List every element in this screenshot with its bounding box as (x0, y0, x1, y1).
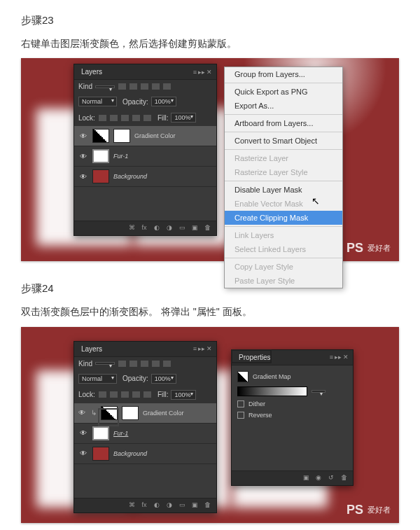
gradient-dropdown[interactable] (312, 390, 326, 393)
panel-menu-icon[interactable]: ≡ (330, 354, 333, 361)
panel-close-icon[interactable]: ✕ (343, 354, 349, 361)
visibility-icon[interactable]: 👁 (78, 428, 88, 438)
ctx-disable-mask[interactable]: Disable Layer Mask (225, 183, 342, 197)
layer-thumb-icon[interactable] (92, 149, 109, 163)
watermark-text: 爱好者 (368, 243, 391, 253)
link-layers-icon[interactable]: ⌘ (127, 501, 136, 510)
kind-select[interactable] (95, 362, 115, 365)
new-layer-icon[interactable]: ▣ (190, 501, 200, 510)
visibility-icon[interactable]: 👁 (77, 408, 87, 418)
step-23-desc: 右键单击图层渐变颜色，然后选择创建剪贴蒙版。 (21, 36, 399, 51)
blend-mode-select[interactable]: Normal (78, 374, 117, 384)
mask-icon[interactable]: ◐ (152, 224, 162, 232)
mask-icon[interactable]: ◐ (152, 501, 162, 510)
layers-tab[interactable]: Layers (78, 67, 105, 77)
layers-footer: ⌘ fx ◐ ◑ ▭ ▣ 🗑 (74, 498, 216, 512)
gradient-bar[interactable] (237, 386, 307, 396)
fx-icon[interactable]: fx (139, 224, 149, 232)
opacity-value[interactable]: 100% (151, 374, 176, 384)
fx-icon[interactable]: fx (139, 501, 149, 510)
lock-icons[interactable] (98, 391, 152, 398)
panel-collapse-icon[interactable]: ▸▸ (335, 354, 342, 361)
layer-name: Gradient Color (134, 132, 176, 139)
visibility-icon[interactable]: 👁 (78, 151, 88, 161)
fill-value[interactable]: 100% (171, 390, 196, 400)
layer-background[interactable]: 👁 Background (74, 444, 216, 464)
layer-name: Fur-1 (113, 153, 128, 160)
layer-mask-thumb[interactable] (113, 129, 130, 143)
reset-icon[interactable]: ↺ (326, 474, 336, 482)
delete-icon[interactable]: 🗑 (202, 224, 212, 232)
dither-label: Dither (248, 400, 265, 407)
layer-thumb-icon[interactable] (92, 426, 109, 440)
ctx-clipping-mask[interactable]: Create Clipping Mask (225, 211, 342, 225)
kind-label: Kind (78, 360, 92, 368)
opacity-label: Opacity: (122, 375, 148, 382)
layer-background[interactable]: 👁 Background (74, 167, 216, 187)
panel-collapse-icon[interactable]: ▸▸ (198, 345, 205, 352)
panel-close-icon[interactable]: ✕ (206, 69, 212, 76)
watermark-logo: PS (346, 241, 363, 256)
cursor-icon (312, 195, 320, 206)
delete-icon[interactable]: 🗑 (202, 501, 212, 510)
layers-panel[interactable]: Layers ≡▸▸✕ Kind Normal Opacity: 100% Lo… (74, 64, 217, 236)
adjustment-icon[interactable]: ◑ (164, 224, 174, 232)
layer-gradient-color[interactable]: 👁 Gradient Color (74, 126, 216, 146)
ctx-export-png[interactable]: Quick Export as PNG (225, 85, 342, 99)
lock-icons[interactable] (98, 114, 152, 122)
properties-panel[interactable]: Properties ≡▸▸✕ Gradient Map Dither (231, 349, 354, 486)
ctx-copy-style: Copy Layer Style (225, 260, 342, 274)
layer-mask-thumb[interactable] (122, 406, 139, 420)
panel-close-icon[interactable]: ✕ (206, 345, 212, 352)
layer-fur-1[interactable]: 👁 Fur-1 (74, 424, 216, 444)
context-menu[interactable]: Group from Layers... Quick Export as PNG… (224, 67, 343, 288)
layers-panel[interactable]: Layers ≡▸▸✕ Kind Normal Opacity: 100% Lo… (74, 341, 217, 513)
kind-label: Kind (78, 83, 92, 90)
layer-thumb-icon[interactable] (92, 129, 109, 143)
layer-name: Background (113, 450, 147, 457)
layer-fur-1[interactable]: 👁 Fur-1 (74, 146, 216, 167)
ctx-paste-style: Paste Layer Style (225, 274, 342, 288)
dither-checkbox[interactable] (237, 400, 244, 407)
kind-select[interactable] (95, 85, 115, 88)
link-layers-icon[interactable]: ⌘ (127, 224, 136, 232)
panel-collapse-icon[interactable]: ▸▸ (198, 69, 205, 76)
fill-value[interactable]: 100% (171, 113, 196, 123)
layer-thumb-icon[interactable] (92, 447, 109, 461)
visibility-icon[interactable]: 👁 (78, 131, 88, 141)
blend-mode-select[interactable]: Normal (78, 97, 117, 106)
adjustment-icon[interactable]: ◑ (164, 501, 174, 510)
ctx-export-as[interactable]: Export As... (225, 99, 342, 113)
clip-icon[interactable]: ▣ (301, 474, 311, 482)
filter-icons[interactable] (118, 83, 172, 90)
ctx-group[interactable]: Group from Layers... (225, 67, 342, 81)
ctx-smart[interactable]: Convert to Smart Object (225, 134, 342, 148)
reverse-checkbox[interactable] (237, 412, 244, 419)
lock-label: Lock: (78, 114, 95, 122)
layers-tab[interactable]: Layers (78, 344, 105, 354)
clip-indicator-icon: ↳ (91, 409, 97, 417)
panel-menu-icon[interactable]: ≡ (193, 69, 197, 76)
step-23-block: 步骤23 右键单击图层渐变颜色，然后选择创建剪贴蒙版。 Layers ≡▸▸✕ … (21, 14, 399, 261)
highlight-properties-tab (231, 349, 272, 363)
ctx-rasterize: Rasterize Layer (225, 151, 342, 165)
layer-thumb-icon[interactable] (92, 169, 109, 183)
view-icon[interactable]: ◉ (314, 474, 323, 482)
properties-title: Gradient Map (253, 373, 291, 380)
group-icon[interactable]: ▭ (177, 224, 187, 232)
step-23-title: 步骤23 (21, 14, 399, 27)
opacity-value[interactable]: 100% (151, 97, 176, 106)
watermark-text: 爱好者 (368, 505, 391, 515)
screenshot-23: Layers ≡▸▸✕ Kind Normal Opacity: 100% Lo… (21, 58, 399, 261)
ctx-artboard[interactable]: Artboard from Layers... (225, 116, 342, 130)
filter-icons[interactable] (118, 360, 172, 368)
layer-gradient-color[interactable]: 👁 ↳ Gradient Color (74, 403, 216, 424)
screenshot-24: Layers ≡▸▸✕ Kind Normal Opacity: 100% Lo… (21, 327, 399, 523)
layers-footer: ⌘ fx ◐ ◑ ▭ ▣ 🗑 (74, 221, 216, 235)
panel-menu-icon[interactable]: ≡ (193, 345, 197, 352)
visibility-icon[interactable]: 👁 (78, 449, 88, 459)
delete-icon[interactable]: 🗑 (339, 474, 349, 482)
new-layer-icon[interactable]: ▣ (190, 224, 200, 232)
group-icon[interactable]: ▭ (177, 501, 187, 510)
visibility-icon[interactable]: 👁 (78, 172, 88, 181)
